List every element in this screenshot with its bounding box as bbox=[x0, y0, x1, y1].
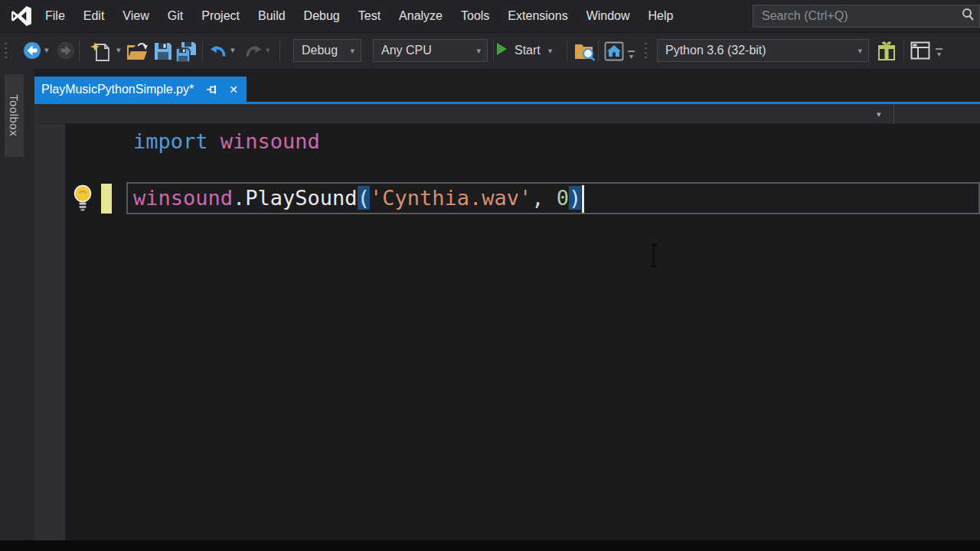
start-debugging-button[interactable]: Start ▾ bbox=[496, 39, 552, 62]
solution-platform-value: Any CPU bbox=[374, 44, 476, 57]
navigate-back-icon[interactable] bbox=[23, 41, 41, 63]
menu-build[interactable]: Build bbox=[249, 0, 295, 32]
module-token: winsound bbox=[133, 186, 233, 210]
menu-file[interactable]: File bbox=[36, 0, 74, 32]
open-paren-token: ( bbox=[358, 186, 370, 210]
redo-icon bbox=[243, 41, 263, 64]
save-icon[interactable] bbox=[153, 41, 173, 64]
chevron-down-icon: ▾ bbox=[476, 46, 487, 56]
solution-configuration-dropdown[interactable]: Debug ▾ bbox=[293, 39, 361, 62]
mouse-ibeam-cursor bbox=[649, 243, 658, 271]
solution-platform-dropdown[interactable]: Any CPU ▾ bbox=[373, 39, 488, 62]
toolbar-drag-grip[interactable] bbox=[4, 41, 8, 61]
chevron-down-icon: ▾ bbox=[858, 46, 868, 56]
play-icon bbox=[496, 42, 508, 59]
toolbar-separator bbox=[202, 41, 203, 62]
find-in-files-icon[interactable] bbox=[574, 41, 596, 64]
menu-extensions[interactable]: Extensions bbox=[498, 0, 577, 32]
toolbar-drag-grip[interactable] bbox=[644, 41, 648, 61]
window-bottom-edge bbox=[0, 540, 980, 551]
space-token bbox=[208, 129, 220, 153]
close-paren-token: ) bbox=[569, 186, 581, 210]
save-all-icon[interactable] bbox=[175, 41, 197, 66]
chevron-down-icon: ▾ bbox=[350, 46, 361, 56]
code-editor[interactable]: import winsound winsound.PlaySound('Cynt… bbox=[34, 124, 980, 540]
open-file-icon[interactable] bbox=[126, 41, 149, 65]
lightbulb-quick-action-icon[interactable] bbox=[71, 184, 94, 217]
comma-token: , bbox=[531, 186, 557, 210]
menu-window[interactable]: Window bbox=[577, 0, 639, 32]
editor-navigation-bar: ▾ bbox=[34, 104, 980, 124]
menu-help[interactable]: Help bbox=[639, 0, 683, 32]
menu-project[interactable]: Project bbox=[192, 0, 249, 32]
code-line-import: import winsound bbox=[133, 128, 320, 155]
global-search-box[interactable] bbox=[753, 5, 980, 28]
number-token: 0 bbox=[557, 186, 569, 210]
search-icon bbox=[961, 8, 975, 24]
toolbox-tab[interactable]: Toolbox bbox=[5, 74, 24, 157]
menu-tools[interactable]: Tools bbox=[452, 0, 498, 32]
python-environment-dropdown[interactable]: Python 3.6 (32-bit) ▾ bbox=[657, 39, 869, 62]
menu-edit[interactable]: Edit bbox=[74, 0, 114, 32]
document-tab-strip: PlayMusicPythonSimple.py* ✕ bbox=[34, 69, 980, 102]
menu-test[interactable]: Test bbox=[349, 0, 390, 32]
undo-dropdown-icon[interactable]: ▾ bbox=[230, 46, 235, 54]
toolbar-separator bbox=[79, 41, 80, 62]
function-token: PlaySound bbox=[245, 186, 357, 210]
code-line-playsound: winsound.PlaySound('Cynthia.wav', 0) bbox=[133, 184, 581, 212]
toolbar-separator bbox=[903, 41, 904, 62]
text-caret bbox=[582, 185, 584, 213]
toolbar-separator bbox=[279, 41, 280, 62]
toolbar-separator bbox=[493, 41, 494, 62]
menu-git[interactable]: Git bbox=[158, 0, 192, 32]
dot-token: . bbox=[233, 186, 245, 210]
window-layout-icon[interactable] bbox=[910, 41, 930, 63]
string-token: 'Cynthia.wav' bbox=[370, 186, 531, 210]
menu-view[interactable]: View bbox=[113, 0, 158, 32]
toolbar-separator bbox=[598, 41, 599, 62]
undo-icon[interactable] bbox=[208, 41, 228, 64]
module-token: winsound bbox=[220, 129, 320, 153]
toolbar-overflow-icon[interactable]: ▾ bbox=[936, 48, 942, 57]
solution-configuration-value: Debug bbox=[294, 44, 350, 57]
left-dock-rail: Toolbox bbox=[0, 69, 34, 540]
start-button-label: Start bbox=[514, 44, 541, 57]
menu-debug[interactable]: Debug bbox=[295, 0, 349, 32]
python-packages-icon[interactable] bbox=[877, 41, 896, 64]
start-dropdown-icon[interactable]: ▾ bbox=[548, 46, 553, 56]
navbar-separator bbox=[893, 104, 894, 124]
navigate-forward-icon bbox=[57, 41, 75, 63]
tab-playmusicpythonsimple[interactable]: PlayMusicPythonSimple.py* ✕ bbox=[34, 77, 247, 102]
toolbar-separator bbox=[567, 41, 567, 62]
visual-studio-logo-icon bbox=[10, 5, 33, 28]
global-search-input[interactable] bbox=[753, 9, 961, 23]
tab-title: PlayMusicPythonSimple.py* bbox=[34, 83, 194, 96]
menu-analyze[interactable]: Analyze bbox=[390, 0, 452, 32]
pin-icon[interactable] bbox=[206, 84, 218, 95]
toolbox-tab-label: Toolbox bbox=[8, 94, 21, 136]
python-environment-home-icon[interactable] bbox=[604, 41, 624, 64]
keyword-token: import bbox=[133, 129, 208, 153]
editor-indicator-margin bbox=[34, 124, 65, 540]
new-item-icon[interactable] bbox=[89, 41, 112, 66]
environment-overflow-icon[interactable]: ▾ bbox=[628, 51, 635, 60]
redo-dropdown-icon: ▾ bbox=[266, 46, 270, 54]
close-icon[interactable]: ✕ bbox=[229, 84, 238, 95]
chevron-down-icon[interactable]: ▾ bbox=[877, 109, 881, 119]
navigate-back-dropdown-icon[interactable]: ▾ bbox=[44, 46, 49, 54]
python-environment-value: Python 3.6 (32-bit) bbox=[658, 44, 858, 57]
standard-toolbar: ▾ ▾ bbox=[0, 32, 980, 69]
menu-bar: File Edit View Git Project Build Debug T… bbox=[0, 0, 980, 32]
new-item-dropdown-icon[interactable]: ▾ bbox=[116, 46, 121, 54]
modified-line-indicator bbox=[101, 184, 112, 214]
